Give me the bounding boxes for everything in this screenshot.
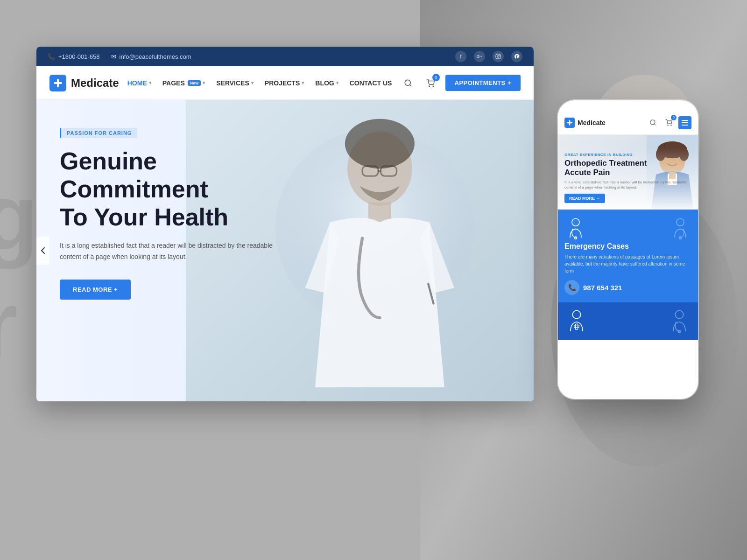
facebook-icon[interactable]: f — [455, 51, 466, 62]
mobile-hero-overlay: GREAT EXPERIENCE IN BUILDING Orthopedic … — [558, 148, 698, 210]
mobile-hero-desc: It is a long established fact that a rea… — [564, 180, 691, 190]
mobile-search-icon[interactable] — [647, 117, 659, 129]
cart-count-badge: 0 — [432, 74, 440, 81]
mobile-cart-icon[interactable]: 0 — [662, 117, 675, 129]
svg-point-8 — [499, 55, 500, 56]
mobile-phone-row: 📞 987 654 321 — [564, 280, 691, 295]
mobile-phone-icon[interactable]: 📞 — [564, 280, 579, 295]
mobile-hero-title-line2: Accute Pain — [564, 168, 610, 177]
passion-badge: PASSION FOR CARING — [60, 128, 137, 138]
top-bar: 📞 +1800-001-658 ✉ info@peacefulthemes.co… — [36, 47, 534, 66]
mobile-emergency-section: Emergency Cases There are many variation… — [558, 210, 698, 302]
nav-blog-chevron: ▾ — [336, 80, 338, 85]
mobile-menu-button[interactable] — [678, 116, 691, 129]
nav-services-label: SERVICES — [216, 79, 249, 87]
svg-rect-6 — [496, 54, 500, 59]
nav-services-chevron: ▾ — [251, 80, 254, 85]
nav-home-label: HOME — [127, 79, 147, 87]
nav-links: HOME ▾ PAGES New ▾ SERVICES ▾ PROJECTS ▾… — [123, 77, 397, 90]
nav-services[interactable]: SERVICES ▾ — [211, 77, 258, 90]
nav-right: 0 APPOINTMENTS + — [401, 75, 521, 91]
svg-rect-40 — [575, 324, 578, 329]
hero-title-line1: Genuine Commitment — [60, 147, 208, 203]
svg-point-39 — [572, 310, 580, 318]
email-address: info@peacefulthemes.com — [120, 53, 191, 60]
nav-contact-label: CONTACT US — [350, 79, 392, 87]
nav-projects-chevron: ▾ — [302, 80, 304, 85]
mobile-cart-badge: 0 — [671, 115, 677, 120]
mobile-hero-title-line1: Orthopedic Treatment — [564, 159, 647, 168]
svg-point-27 — [670, 125, 671, 126]
nav-blog-label: BLOG — [315, 79, 334, 87]
mobile-bottom-section — [558, 302, 698, 340]
svg-rect-41 — [574, 325, 579, 328]
email-icon: ✉ — [111, 53, 116, 60]
phone-number: +1800-001-658 — [58, 53, 100, 60]
mobile-nav-icons: 0 — [647, 116, 691, 129]
search-button[interactable] — [401, 76, 416, 91]
mobile-notch — [609, 100, 647, 111]
google-plus-icon[interactable]: G+ — [474, 51, 485, 62]
nav-projects[interactable]: PROJECTS ▾ — [260, 77, 309, 90]
email-contact[interactable]: ✉ info@peacefulthemes.com — [111, 53, 191, 60]
nav-projects-label: PROJECTS — [265, 79, 300, 87]
logo-text: Medicate — [71, 77, 119, 90]
svg-point-37 — [677, 218, 684, 226]
logo[interactable]: Medicate — [49, 75, 119, 91]
mobile-logo-icon — [564, 118, 575, 128]
logo-icon — [49, 75, 66, 91]
svg-point-19 — [345, 119, 414, 169]
svg-rect-24 — [567, 122, 572, 123]
mobile-phone-number: 987 654 321 — [583, 284, 622, 292]
svg-rect-10 — [54, 82, 62, 84]
mobile-emergency-desc: There are many variations of passages of… — [564, 253, 691, 274]
svg-point-13 — [433, 86, 434, 87]
instagram-icon[interactable] — [493, 51, 504, 62]
svg-point-35 — [572, 218, 579, 226]
appointments-button[interactable]: APPOINTMENTS + — [445, 75, 521, 91]
mobile-doctor-icon-secondary — [669, 217, 691, 239]
carousel-prev-arrow[interactable] — [36, 237, 49, 265]
pinterest-icon[interactable] — [511, 51, 522, 62]
menu-line-3 — [682, 125, 688, 126]
mobile-small-label: GREAT EXPERIENCE IN BUILDING — [564, 153, 691, 157]
mobile-bottom-doctor-icon-1 — [564, 309, 589, 333]
hero-section: PASSION FOR CARING Genuine Commitment To… — [36, 100, 534, 401]
nav-pages-chevron: ▾ — [203, 80, 205, 85]
hero-read-more-button[interactable]: READ MORE + — [60, 280, 131, 300]
menu-line-2 — [682, 122, 688, 123]
mobile-logo-text: Medicate — [578, 119, 606, 126]
svg-point-12 — [429, 86, 430, 87]
mobile-emergency-title: Emergency Cases — [564, 242, 691, 251]
mobile-read-more-button[interactable]: READ MORE → — [564, 194, 605, 203]
nav-bar: Medicate HOME ▾ PAGES New ▾ SERVICES ▾ P… — [36, 66, 534, 100]
website-mockup: 📞 +1800-001-658 ✉ info@peacefulthemes.co… — [36, 47, 534, 401]
mobile-doctor-icon-primary — [564, 217, 587, 239]
hero-content: PASSION FOR CARING Genuine Commitment To… — [36, 100, 317, 328]
svg-point-42 — [675, 310, 683, 318]
social-icons: f G+ — [455, 51, 522, 62]
mobile-bottom-doctor-icon-2 — [667, 309, 691, 333]
svg-point-11 — [405, 80, 410, 85]
pages-new-badge: New — [188, 80, 201, 86]
hero-description: It is a long established fact that a rea… — [60, 240, 293, 263]
svg-point-25 — [650, 120, 655, 125]
menu-line-1 — [682, 120, 688, 121]
mobile-hero-title: Orthopedic Treatment Accute Pain — [564, 159, 691, 178]
nav-home[interactable]: HOME ▾ — [123, 77, 156, 90]
phone-contact[interactable]: 📞 +1800-001-658 — [48, 53, 100, 60]
svg-point-7 — [497, 56, 499, 57]
mobile-nav: Medicate 0 — [558, 111, 698, 135]
nav-contact[interactable]: CONTACT US — [345, 77, 397, 90]
mobile-logo[interactable]: Medicate — [564, 118, 606, 128]
nav-pages-label: PAGES — [162, 79, 185, 87]
phone-icon: 📞 — [48, 53, 55, 60]
nav-blog[interactable]: BLOG ▾ — [310, 77, 343, 90]
nav-pages[interactable]: PAGES New ▾ — [158, 77, 210, 90]
hero-title-line2: To Your Health — [60, 203, 228, 231]
top-bar-left: 📞 +1800-001-658 ✉ info@peacefulthemes.co… — [48, 53, 191, 60]
hero-title: Genuine Commitment To Your Health — [60, 147, 293, 231]
nav-home-chevron: ▾ — [149, 80, 151, 85]
cart-button[interactable]: 0 — [423, 76, 438, 91]
svg-point-26 — [668, 125, 668, 126]
